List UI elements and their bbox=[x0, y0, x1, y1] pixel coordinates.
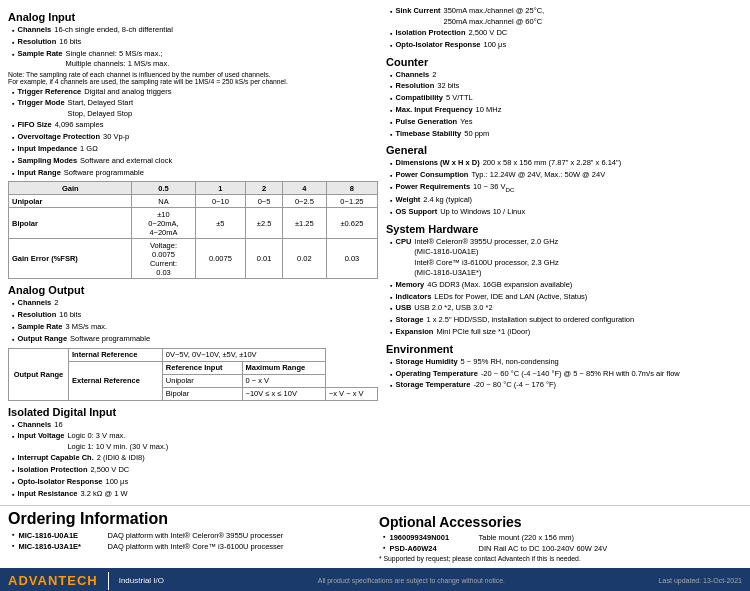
trigger-ref-label: Trigger Reference bbox=[17, 87, 81, 98]
logo-suffix: ANTECH bbox=[38, 573, 98, 588]
input-range-item: Input Range Software programmable bbox=[12, 168, 378, 179]
trigger-ref-item: Trigger Reference Digital and analog tri… bbox=[12, 87, 378, 98]
left-column: Analog Input Channels 16-ch single ended… bbox=[8, 6, 378, 501]
idi-opto-item: Opto-Isolator Response 100 μs bbox=[12, 477, 378, 488]
sampling-modes-item: Sampling Modes Software and external clo… bbox=[12, 156, 378, 167]
resolution-label: Resolution bbox=[17, 37, 56, 48]
environment-title: Environment bbox=[386, 343, 742, 355]
footer-divider bbox=[108, 572, 109, 590]
ctr-timebase-item: Timebase Stability 50 ppm bbox=[390, 129, 742, 140]
system-hardware-list: CPU Intel® Celeron® 3955U processer, 2.0… bbox=[386, 237, 742, 338]
list-item: PSD-A60W24 DIN Rail AC to DC 100-240V 60… bbox=[383, 544, 742, 553]
ctr-channels-item: Channels 2 bbox=[390, 70, 742, 81]
trigger-mode-item: Trigger Mode Start, Delayed StartStop, D… bbox=[12, 98, 378, 119]
environment-list: Storage Humidity 5 ~ 95% RH, non-condens… bbox=[386, 357, 742, 391]
ao-output-range-item: Output Range Software programmable bbox=[12, 334, 378, 345]
impedance-label: Input Impedance bbox=[17, 144, 77, 155]
isolation-protection-item: Isolation Protection 2,500 V DC bbox=[390, 28, 742, 39]
dimensions-item: Dimensions (W x H x D) 200 x 58 x 156 mm… bbox=[390, 158, 742, 169]
ctr-freq-item: Max. Input Frequency 10 MHz bbox=[390, 105, 742, 116]
logo-accent: V bbox=[29, 573, 38, 588]
bipolar-label: Bipolar bbox=[9, 208, 132, 239]
storage-temp-item: Storage Temperature -20 ~ 80 °C (-4 ~ 17… bbox=[390, 380, 742, 391]
footer-logo: ADVANTECH bbox=[8, 573, 98, 588]
ao-channels-item: Channels 2 bbox=[12, 298, 378, 309]
sample-rate-item: Sample Rate Single channel: 5 MS/s max.;… bbox=[12, 49, 378, 70]
analog-input-extra-list: Trigger Reference Digital and analog tri… bbox=[8, 87, 378, 179]
optional-col: Optional Accessories 1960099349N001 Tabl… bbox=[379, 510, 742, 562]
isolated-digital-list: Channels 16 Input Voltage Logic 0: 3 V m… bbox=[8, 420, 378, 500]
fifo-value: 4,096 samples bbox=[55, 120, 104, 131]
channels-item: Channels 16-ch single ended, 8-ch differ… bbox=[12, 25, 378, 36]
analog-input-basic-list: Channels 16-ch single ended, 8-ch differ… bbox=[8, 25, 378, 70]
channels-label: Channels bbox=[17, 25, 51, 36]
resolution-item: Resolution 16 bits bbox=[12, 37, 378, 48]
ao-sample-rate-item: Sample Rate 3 MS/s max. bbox=[12, 322, 378, 333]
idi-channels-item: Channels 16 bbox=[12, 420, 378, 431]
overvoltage-item: Overvoltage Protection 30 Vp-p bbox=[12, 132, 378, 143]
indicators-item: Indicators LEDs for Power, IDE and LAN (… bbox=[390, 292, 742, 303]
os-support-item: OS Support Up to Windows 10 / Linux bbox=[390, 207, 742, 218]
power-req-item: Power Requirements 10 − 36 VDC bbox=[390, 182, 742, 194]
footer-date: Last updated: 13-Oct-2021 bbox=[659, 577, 742, 584]
analog-output-list: Channels 2 Resolution 16 bits Sample Rat… bbox=[8, 298, 378, 344]
ordering-list: MIC-1816-U0A1E DAQ platform with Intel® … bbox=[8, 531, 371, 551]
output-range-label: Output Range bbox=[9, 348, 69, 400]
trigger-mode-value: Start, Delayed StartStop, Delayed Stop bbox=[68, 98, 133, 119]
list-item: 1960099349N001 Table mount (220 x 156 mm… bbox=[383, 533, 742, 542]
order-code-2: MIC-1816-U3A1E* bbox=[18, 542, 103, 551]
optional-code-2: PSD-A60W24 bbox=[389, 544, 474, 553]
general-title: General bbox=[386, 144, 742, 156]
sampling-modes-label: Sampling Modes bbox=[17, 156, 77, 167]
idi-voltage-item: Input Voltage Logic 0: 3 V max.Logic 1: … bbox=[12, 431, 378, 452]
logo-prefix: AD bbox=[8, 573, 29, 588]
fifo-item: FIFO Size 4,096 samples bbox=[12, 120, 378, 131]
counter-title: Counter bbox=[386, 56, 742, 68]
footer: ADVANTECH Industrial I/O All product spe… bbox=[0, 568, 750, 591]
gain-05: 0.5 bbox=[132, 182, 195, 195]
gain-header: Gain bbox=[9, 182, 132, 195]
sink-current-item: Sink Current 350mA max./channel @ 25°C,2… bbox=[390, 6, 742, 27]
gain-4: 4 bbox=[282, 182, 326, 195]
sample-rate-label: Sample Rate bbox=[17, 49, 62, 70]
ctr-pulse-item: Pulse Generation Yes bbox=[390, 117, 742, 128]
sampling-modes-value: Software and external clock bbox=[80, 156, 172, 167]
footer-brand: ADVANTECH Industrial I/O bbox=[8, 572, 164, 590]
optional-code-1: 1960099349N001 bbox=[389, 533, 474, 542]
overvoltage-value: 30 Vp-p bbox=[103, 132, 129, 143]
list-item: MIC-1816-U0A1E DAQ platform with Intel® … bbox=[12, 531, 371, 540]
general-list: Dimensions (W x H x D) 200 x 58 x 156 mm… bbox=[386, 158, 742, 217]
input-range-label: Input Range bbox=[17, 168, 60, 179]
channels-value: 16-ch single ended, 8-ch differential bbox=[54, 25, 173, 36]
idi-isolation-item: Isolation Protection 2,500 V DC bbox=[12, 465, 378, 476]
trigger-mode-label: Trigger Mode bbox=[17, 98, 64, 119]
optional-desc-2: DIN Rail AC to DC 100-240V 60W 24V bbox=[478, 544, 607, 553]
table-row: Unipolar NA 0−10 0−5 0−2.5 0−1.25 bbox=[9, 195, 378, 208]
gain-2: 2 bbox=[246, 182, 283, 195]
gain-8: 8 bbox=[326, 182, 377, 195]
overvoltage-label: Overvoltage Protection bbox=[17, 132, 100, 143]
ordering-title: Ordering Information bbox=[8, 510, 371, 528]
optional-title: Optional Accessories bbox=[379, 514, 742, 530]
isolated-digital-title: Isolated Digital Input bbox=[8, 406, 378, 418]
usb-item: USB USB 2.0 *2, USB 3.0 *2 bbox=[390, 303, 742, 314]
table-row: Gain Error (%FSR) Voltage:0.0075Current:… bbox=[9, 239, 378, 279]
optional-desc-1: Table mount (220 x 156 mm) bbox=[478, 533, 573, 542]
storage-humidity-item: Storage Humidity 5 ~ 95% RH, non-condens… bbox=[390, 357, 742, 368]
idi-resistance-item: Input Resistance 3.2 kΩ @ 1 W bbox=[12, 489, 378, 500]
order-desc-1: DAQ platform with Intel® Celeron® 3955U … bbox=[107, 531, 283, 540]
order-code-1: MIC-1816-U0A1E bbox=[18, 531, 103, 540]
storage-item: Storage 1 x 2.5" HDD/SSD, installation s… bbox=[390, 315, 742, 326]
ctr-compat-item: Compatibility 5 V/TTL bbox=[390, 93, 742, 104]
table-row: Output Range Internal Reference 0V−5V, 0… bbox=[9, 348, 378, 361]
impedance-value: 1 GΩ bbox=[80, 144, 98, 155]
counter-list: Channels 2 Resolution 32 bits Compatibil… bbox=[386, 70, 742, 140]
optional-list: 1960099349N001 Table mount (220 x 156 mm… bbox=[379, 533, 742, 553]
weight-item: Weight 2.4 kg (typical) bbox=[390, 195, 742, 206]
sample-rate-value: Single channel: 5 MS/s max.;Multiple cha… bbox=[66, 49, 170, 70]
gain-1: 1 bbox=[195, 182, 246, 195]
sink-current-list: Sink Current 350mA max./channel @ 25°C,2… bbox=[386, 6, 742, 51]
ordering-layout: Ordering Information MIC-1816-U0A1E DAQ … bbox=[8, 510, 742, 562]
analog-input-title: Analog Input bbox=[8, 11, 378, 23]
sample-rate-note: Note: The sampling rate of each channel … bbox=[8, 71, 378, 85]
